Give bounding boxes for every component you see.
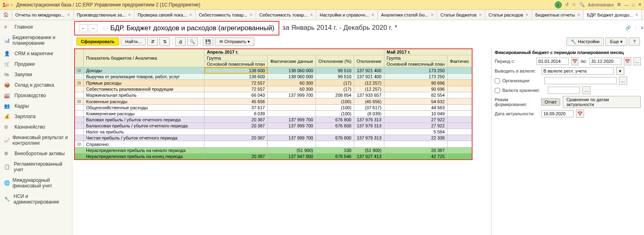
sidebar-item[interactable]: 🛍Закупки	[0, 69, 72, 80]
sidebar-item[interactable]: 🔧НСИ и администрирование	[0, 191, 72, 207]
expand-icon[interactable]	[74, 86, 84, 92]
sidebar-item[interactable]: ⚙Внеоборотные активы	[0, 148, 72, 159]
maximize-icon[interactable]: □	[632, 2, 635, 7]
org-checkbox[interactable]	[495, 78, 500, 83]
link-icon[interactable]: 🔗	[625, 25, 631, 31]
save-icon[interactable]: 💾	[203, 37, 213, 46]
close-icon[interactable]: ×	[372, 12, 374, 18]
back-button[interactable]: ←	[79, 24, 88, 32]
actuality-date-input[interactable]	[541, 110, 574, 117]
store-curr-input[interactable]	[548, 87, 580, 94]
collapse-tree-icon[interactable]: ⇅	[159, 37, 170, 46]
table-row[interactable]: Общехозяйственные расходы37 617(100)(37 …	[74, 105, 472, 111]
expand-icon[interactable]: ⊟	[74, 98, 84, 105]
sidebar-item[interactable]: 📋Регламентированный учет	[0, 159, 72, 175]
print-icon[interactable]: 🖨	[175, 37, 186, 46]
calendar-icon[interactable]: 📅	[576, 110, 584, 118]
sidebar-item[interactable]: 📊Бюджетирование и планирование	[0, 32, 72, 48]
org-input[interactable]	[544, 77, 617, 84]
tab[interactable]: Себестоимость товар...×	[256, 10, 316, 20]
preview-icon[interactable]: 🔍	[187, 37, 198, 46]
dropdown-icon[interactable]: ▾	[616, 67, 624, 75]
close-tab-icon[interactable]: ✕	[640, 25, 644, 31]
tab[interactable]: Аналитики статей бю...×	[378, 10, 438, 20]
find-button[interactable]: Найти...	[121, 37, 146, 46]
sidebar-item[interactable]: ≡Главное	[0, 22, 72, 32]
sidebar-item[interactable]: 📈Финансовый результат и контроллинг	[0, 132, 72, 148]
table-row[interactable]: ⊟Доходы138 600138 060 00099 510137 921 4…	[74, 67, 472, 74]
send-button[interactable]: ✉ Отправить ▾	[215, 37, 254, 46]
favorite-icon[interactable]: ☆	[101, 25, 107, 32]
close-icon[interactable]: ×	[67, 12, 70, 18]
period-from-input[interactable]	[537, 58, 569, 65]
minimize-icon[interactable]: —	[624, 2, 629, 7]
generate-button[interactable]: Сформировать	[76, 37, 119, 46]
tab[interactable]: Статьи расходов×	[485, 10, 532, 20]
mode-compare-button[interactable]: Сравнение по датам актуальности	[563, 96, 641, 108]
user-name[interactable]: Administrator	[588, 2, 614, 7]
history-icon[interactable]: ↺	[565, 2, 569, 7]
table-row[interactable]: ⊟Справочно:	[74, 141, 472, 148]
sidebar-item[interactable]: 🛒Продажи	[0, 59, 72, 69]
tab[interactable]: БДР. Бюджет доходо...×	[584, 10, 642, 20]
tab[interactable]: Настройки и справочн...×	[316, 10, 378, 20]
close-icon[interactable]: ×	[250, 12, 252, 18]
table-row[interactable]: Чистая прибыль / убыток отчетного период…	[74, 135, 472, 141]
dots-icon[interactable]: …	[582, 86, 590, 94]
table-row[interactable]: Себестоимость реализованной продукции72 …	[74, 86, 472, 92]
table-row[interactable]: Нераспределенная прибыль на начало перио…	[74, 148, 472, 154]
close-icon[interactable]: ×	[431, 12, 433, 18]
menu-dots-icon[interactable]: ⋮	[634, 25, 638, 31]
sidebar-item[interactable]: 🏭Производство	[0, 90, 72, 101]
sidebar-item[interactable]: 💰Зарплата	[0, 111, 72, 122]
sidebar-item[interactable]: 👤CRM и маркетинг	[0, 48, 72, 59]
expand-icon[interactable]	[74, 92, 84, 98]
close-icon[interactable]: ×	[526, 12, 528, 18]
table-row[interactable]: Налог на прибыль5 584	[74, 129, 472, 135]
tab[interactable]: Себестоимость товар...×	[196, 10, 256, 20]
expand-icon[interactable]	[74, 129, 84, 135]
help-button[interactable]: ?	[629, 37, 640, 46]
currency-select[interactable]	[541, 67, 614, 75]
expand-icon[interactable]	[74, 117, 84, 123]
table-row[interactable]: Балансовая прибыль / убыток отчетного пе…	[74, 123, 472, 129]
expand-icon[interactable]: ⊟	[74, 80, 84, 86]
table-row[interactable]: Нераспределенная прибыль на конец период…	[74, 154, 472, 160]
sidebar-item[interactable]: ⊘Казначейство	[0, 122, 72, 132]
expand-icon[interactable]	[74, 154, 84, 160]
expand-icon[interactable]	[74, 111, 84, 117]
table-row[interactable]: Выручка от реализации товаров, работ, ус…	[74, 74, 472, 80]
sidebar-item[interactable]: 👥Кадры	[0, 101, 72, 111]
close-icon[interactable]: ×	[189, 12, 192, 18]
forward-button[interactable]: →	[89, 24, 97, 32]
more-button[interactable]: Еще ▾	[605, 37, 627, 46]
notification-icon[interactable]: ▲	[555, 1, 562, 8]
table-row[interactable]: ⊟Косвенные расходы45 656(100)(45 656)54 …	[74, 98, 472, 105]
tab[interactable]: Отчеты по междунаро...×	[12, 10, 74, 20]
settings-icon[interactable]: ⚙	[617, 2, 621, 7]
tab[interactable]: Статьи бюджетов×	[437, 10, 485, 20]
star-icon[interactable]: ☆	[572, 2, 576, 7]
expand-icon[interactable]	[74, 148, 84, 154]
table-row[interactable]: ⊟Прямые расходы72 55760 300(17)(12 257)9…	[74, 80, 472, 86]
hamburger-icon[interactable]: ≡	[10, 2, 13, 7]
table-row[interactable]: Маржинальная прибыль66 043137 999 700208…	[74, 92, 472, 98]
close-icon[interactable]: ×	[310, 12, 313, 18]
tab[interactable]: Производственные за...×	[74, 10, 134, 20]
period-to-input[interactable]	[589, 58, 621, 65]
expand-icon[interactable]	[74, 105, 84, 111]
close-icon[interactable]: ×	[577, 12, 580, 18]
calendar-icon[interactable]: 📅	[571, 57, 578, 65]
expand-icon[interactable]	[74, 74, 84, 80]
table-row[interactable]: Коммерческие расходы8 039(100)(8 039)10 …	[74, 111, 472, 117]
calendar-icon[interactable]: 📅	[624, 57, 631, 65]
dots-icon[interactable]: …	[634, 57, 641, 65]
expand-icon[interactable]	[74, 123, 84, 129]
tab[interactable]: Проверка связей пока...×	[134, 10, 196, 20]
expand-tree-icon[interactable]: ⇵	[147, 37, 158, 46]
search-icon[interactable]: 🔍	[579, 2, 585, 7]
sidebar-item[interactable]: 🌐Международный финансовый учет	[0, 175, 72, 191]
table-row[interactable]: Валовая прибыль / убыток отчетного перио…	[74, 117, 472, 123]
dots-icon[interactable]: …	[619, 77, 627, 85]
tab[interactable]: Бюджетные отчеты×	[532, 10, 584, 20]
